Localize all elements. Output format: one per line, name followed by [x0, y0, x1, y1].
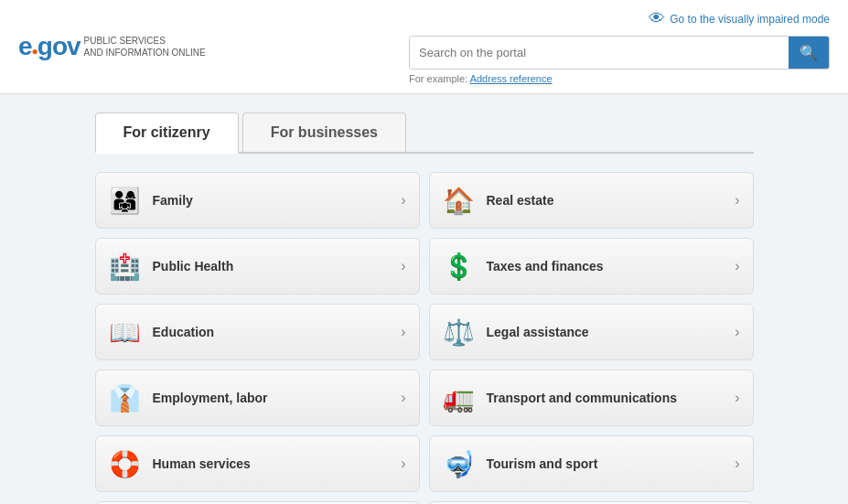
- category-transport[interactable]: 🚛 Transport and communications ›: [429, 370, 754, 426]
- example-text: For example: Address reference: [409, 73, 553, 84]
- category-tourism[interactable]: 🤿 Tourism and sport ›: [429, 435, 754, 492]
- public-health-arrow: ›: [401, 258, 405, 274]
- category-taxes[interactable]: 💲 Taxes and finances ›: [429, 238, 754, 295]
- employment-arrow: ›: [401, 390, 405, 406]
- legal-label: Legal assistance: [487, 325, 725, 339]
- category-real-estate[interactable]: 🏠 Real estate ›: [429, 172, 754, 229]
- main-content: For citizenry For businesses 👨‍👩‍👧 Famil…: [77, 113, 772, 504]
- category-public-health[interactable]: 🏥 Public Health ›: [95, 238, 420, 295]
- taxes-label: Taxes and finances: [487, 259, 725, 273]
- education-arrow: ›: [401, 324, 405, 340]
- search-icon: 🔍: [800, 45, 818, 60]
- category-education[interactable]: 📖 Education ›: [95, 304, 420, 360]
- category-human-services[interactable]: 🛟 Human services ›: [95, 435, 420, 492]
- human-services-icon: 🛟: [109, 447, 142, 480]
- legal-arrow: ›: [735, 324, 739, 340]
- logo[interactable]: e●gov PUBLIC SERVICES AND INFORMATION ON…: [18, 32, 206, 61]
- example-link[interactable]: Address reference: [470, 73, 553, 84]
- tourism-icon: 🤿: [443, 447, 476, 480]
- taxes-icon: 💲: [443, 250, 476, 283]
- tourism-label: Tourism and sport: [487, 456, 725, 471]
- category-employment[interactable]: 👔 Employment, labor ›: [95, 370, 420, 426]
- tab-businesses[interactable]: For businesses: [242, 113, 406, 152]
- search-button[interactable]: 🔍: [789, 37, 829, 69]
- tourism-arrow: ›: [735, 456, 739, 472]
- real-estate-label: Real estate: [487, 193, 725, 208]
- search-container: 🔍: [409, 36, 830, 70]
- header-left: e●gov PUBLIC SERVICES AND INFORMATION ON…: [18, 32, 206, 61]
- employment-label: Employment, labor: [153, 391, 391, 405]
- visually-impaired-link[interactable]: 👁 Go to the visually impaired mode: [649, 9, 830, 28]
- education-icon: 📖: [109, 316, 142, 349]
- transport-label: Transport and communications: [487, 391, 725, 405]
- tabs: For citizenry For businesses: [95, 113, 754, 154]
- taxes-arrow: ›: [735, 258, 739, 274]
- employment-icon: 👔: [109, 381, 142, 414]
- public-health-label: Public Health: [153, 259, 391, 273]
- real-estate-icon: 🏠: [443, 184, 476, 217]
- logo-text: e●gov: [18, 32, 81, 61]
- legal-icon: ⚖️: [443, 316, 476, 349]
- search-input[interactable]: [410, 37, 789, 69]
- header-right: 👁 Go to the visually impaired mode 🔍 For…: [409, 9, 830, 84]
- eye-icon: 👁: [649, 9, 665, 28]
- real-estate-arrow: ›: [735, 192, 739, 209]
- categories-grid: 👨‍👩‍👧 Family › 🏠 Real estate › 🏥 Public …: [95, 172, 754, 504]
- family-arrow: ›: [401, 192, 405, 209]
- transport-icon: 🚛: [443, 381, 476, 414]
- category-family[interactable]: 👨‍👩‍👧 Family ›: [95, 172, 420, 229]
- education-label: Education: [153, 325, 391, 339]
- human-services-arrow: ›: [401, 456, 405, 472]
- public-health-icon: 🏥: [109, 250, 142, 283]
- family-label: Family: [153, 193, 391, 208]
- tab-citizenry[interactable]: For citizenry: [95, 113, 239, 154]
- header: e●gov PUBLIC SERVICES AND INFORMATION ON…: [0, 0, 848, 94]
- category-legal[interactable]: ⚖️ Legal assistance ›: [429, 304, 754, 360]
- family-icon: 👨‍👩‍👧: [109, 184, 142, 217]
- transport-arrow: ›: [735, 390, 739, 406]
- logo-subtitle: PUBLIC SERVICES AND INFORMATION ONLINE: [84, 35, 206, 59]
- human-services-label: Human services: [153, 456, 391, 471]
